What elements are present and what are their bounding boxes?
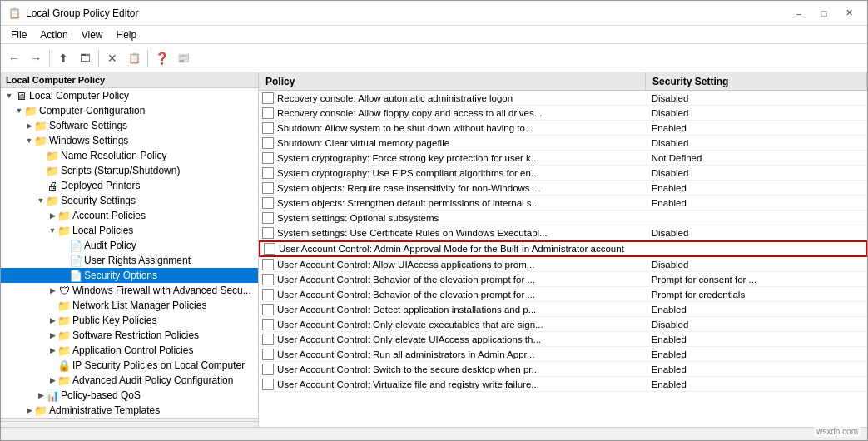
label-admin-templates: Administrative Templates [49, 404, 160, 416]
policy-label-3: Shutdown: Clear virtual memory pagefile [277, 138, 449, 148]
expand-name-resolution [36, 151, 46, 161]
policy-row-18[interactable]: User Account Control: Switch to the secu… [259, 362, 867, 377]
tree-panel-header: Local Computer Policy [1, 72, 258, 88]
maximize-button[interactable]: □ [812, 4, 836, 22]
policy-name-15: User Account Control: Only elevate execu… [259, 319, 648, 330]
tree-item-software-restriction[interactable]: ▶ 📁 Software Restriction Policies [1, 328, 258, 343]
menu-item-file[interactable]: File [4, 27, 33, 42]
policy-value-4: Not Defined [648, 153, 867, 163]
tree-item-local-policies[interactable]: ▼ 📁 Local Policies [1, 223, 258, 238]
back-button[interactable]: ← [4, 48, 24, 68]
policy-label-8: System settings: Optional subsystems [277, 213, 439, 223]
tree-item-user-rights[interactable]: 📄 User Rights Assignment [1, 253, 258, 268]
policy-row-15[interactable]: User Account Control: Only elevate execu… [259, 317, 867, 332]
policy-checkbox-5 [262, 167, 274, 179]
policy-row-7[interactable]: System objects: Strengthen default permi… [259, 196, 867, 211]
policy-checkbox-2 [262, 122, 274, 134]
policy-checkbox-3 [262, 137, 274, 149]
report-button[interactable]: 📰 [173, 48, 193, 68]
policy-row-12[interactable]: User Account Control: Behavior of the el… [259, 272, 867, 287]
policy-name-3: Shutdown: Clear virtual memory pagefile [259, 137, 648, 149]
label-computer-configuration: Computer Configuration [39, 105, 145, 116]
tree-item-advanced-audit[interactable]: ▶ 📁 Advanced Audit Policy Configuration [1, 373, 258, 388]
label-software-settings: Software Settings [49, 120, 127, 131]
policy-row-8[interactable]: System settings: Optional subsystems [259, 211, 867, 225]
menu-item-action[interactable]: Action [33, 27, 74, 42]
policy-value-2: Enabled [648, 123, 867, 133]
label-windows-firewall: Windows Firewall with Advanced Secu... [72, 285, 251, 296]
forward-button[interactable]: → [26, 48, 46, 68]
tree-item-security-settings[interactable]: ▼ 📁 Security Settings [1, 193, 258, 208]
policy-list[interactable]: Recovery console: Allow automatic admini… [259, 91, 867, 427]
policy-row-14[interactable]: User Account Control: Detect application… [259, 302, 867, 317]
delete-button[interactable]: ✕ [102, 48, 122, 68]
tree-item-policy-qos[interactable]: ▶ 📊 Policy-based QoS [1, 388, 258, 403]
tree-item-windows-firewall[interactable]: ▶ 🛡 Windows Firewall with Advanced Secu.… [1, 283, 258, 298]
label-ip-security: IP Security Policies on Local Computer [72, 359, 245, 371]
policy-row-13[interactable]: User Account Control: Behavior of the el… [259, 287, 867, 302]
help-button[interactable]: ❓ [151, 48, 171, 68]
tree-item-deployed-printers[interactable]: 🖨 Deployed Printers [1, 178, 258, 193]
policy-row-5[interactable]: System cryptography: Use FIPS compliant … [259, 166, 867, 181]
policy-checkbox-12 [262, 274, 274, 285]
expand-software-settings: ▶ [24, 121, 34, 131]
tree-item-public-key[interactable]: ▶ 📁 Public Key Policies [1, 313, 258, 328]
icon-public-key: 📁 [57, 315, 71, 326]
policy-row-3[interactable]: Shutdown: Clear virtual memory pagefile … [259, 136, 867, 151]
policy-name-12: User Account Control: Behavior of the el… [259, 274, 648, 285]
policy-value-18: Enabled [648, 364, 867, 374]
policy-name-13: User Account Control: Behavior of the el… [259, 289, 648, 300]
icon-audit-policy: 📄 [69, 240, 82, 251]
policy-value-14: Enabled [648, 305, 867, 315]
properties-button[interactable]: 📋 [124, 48, 144, 68]
expand-software-restriction: ▶ [47, 330, 57, 340]
icon-scripts: 📁 [46, 165, 59, 176]
policy-row-2[interactable]: Shutdown: Allow system to be shut down w… [259, 121, 867, 136]
main-window: 📋 Local Group Policy Editor – □ ✕ FileAc… [0, 0, 868, 441]
window-controls: – □ ✕ [787, 4, 861, 22]
tree-item-account-policies[interactable]: ▶ 📁 Account Policies [1, 208, 258, 223]
expand-advanced-audit: ▶ [47, 375, 57, 385]
tree-item-name-resolution[interactable]: 📁 Name Resolution Policy [1, 148, 258, 163]
policy-row-17[interactable]: User Account Control: Run all administra… [259, 347, 867, 362]
tree-item-scripts[interactable]: 📁 Scripts (Startup/Shutdown) [1, 163, 258, 178]
menu-item-help[interactable]: Help [110, 27, 144, 42]
tree-item-local-computer-policy[interactable]: ▼ 🖥 Local Computer Policy [1, 88, 258, 103]
policy-row-10[interactable]: User Account Control: Admin Approval Mod… [259, 240, 867, 257]
policy-checkbox-8 [262, 212, 274, 224]
policy-name-19: User Account Control: Virtualize file an… [259, 379, 648, 390]
tree-item-ip-security[interactable]: 🔒 IP Security Policies on Local Computer [1, 358, 258, 373]
tree-item-admin-templates[interactable]: ▶ 📁 Administrative Templates [1, 403, 258, 418]
tree-item-network-list[interactable]: 📁 Network List Manager Policies [1, 298, 258, 313]
tree-panel[interactable]: Local Computer Policy ▼ 🖥 Local Computer… [1, 72, 259, 427]
policy-value-3: Disabled [648, 138, 867, 148]
close-button[interactable]: ✕ [837, 4, 861, 22]
policy-row-0[interactable]: Recovery console: Allow automatic admini… [259, 91, 867, 106]
policy-row-9[interactable]: System settings: Use Certificate Rules o… [259, 225, 867, 240]
toolbar: ← → ⬆ 🗔 ✕ 📋 ❓ 📰 [1, 44, 867, 72]
policy-row-11[interactable]: User Account Control: Allow UIAccess app… [259, 257, 867, 272]
policy-value-0: Disabled [648, 93, 867, 103]
new-window-button[interactable]: 🗔 [75, 48, 95, 68]
policy-row-19[interactable]: User Account Control: Virtualize file an… [259, 377, 867, 392]
policy-row-1[interactable]: Recovery console: Allow floppy copy and … [259, 106, 867, 121]
minimize-button[interactable]: – [787, 4, 811, 22]
up-button[interactable]: ⬆ [53, 48, 73, 68]
window-title: Local Group Policy Editor [26, 7, 787, 19]
policy-row-16[interactable]: User Account Control: Only elevate UIAcc… [259, 332, 867, 347]
tree-item-security-options[interactable]: 📄 Security Options [1, 268, 258, 283]
tree-item-audit-policy[interactable]: 📄 Audit Policy [1, 238, 258, 253]
tree-item-windows-settings[interactable]: ▼ 📁 Windows Settings [1, 133, 258, 148]
menu-item-view[interactable]: View [75, 27, 110, 42]
policy-name-5: System cryptography: Use FIPS compliant … [259, 167, 648, 179]
tree-item-computer-configuration[interactable]: ▼ 📁 Computer Configuration [1, 103, 258, 118]
policy-checkbox-17 [262, 349, 274, 360]
setting-column-header: Security Setting [646, 72, 867, 90]
tree-horizontal-scrollbar[interactable] [1, 418, 258, 427]
policy-row-6[interactable]: System objects: Require case insensitivi… [259, 181, 867, 196]
policy-row-4[interactable]: System cryptography: Force strong key pr… [259, 151, 867, 166]
tree-item-app-control[interactable]: ▶ 📁 Application Control Policies [1, 343, 258, 358]
expand-account-policies: ▶ [47, 211, 57, 220]
tree-item-software-settings[interactable]: ▶ 📁 Software Settings [1, 118, 258, 133]
expand-security-options [59, 270, 69, 280]
